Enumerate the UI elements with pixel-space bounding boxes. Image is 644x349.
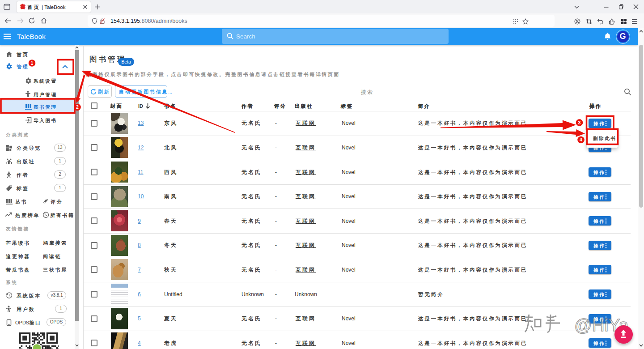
svg-text:1: 1 [31,60,34,66]
svg-text:4: 4 [580,137,582,142]
svg-text:3: 3 [578,120,581,125]
